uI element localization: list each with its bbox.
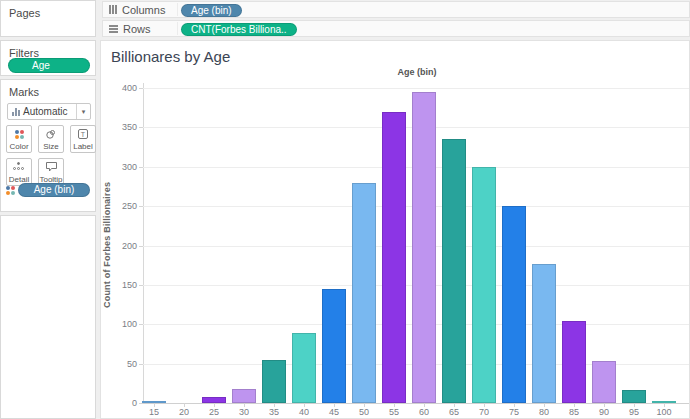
size-button[interactable]: Size xyxy=(38,125,64,153)
shelf-divider xyxy=(177,22,178,35)
y-tick-label-400: 400 xyxy=(107,83,137,93)
worksheet-view: Billionares by Age Age (bin) Count of Fo… xyxy=(100,40,690,419)
color-icon xyxy=(7,126,31,142)
x-tick-label-60: 60 xyxy=(409,407,439,417)
bar-age-80[interactable] xyxy=(532,264,556,403)
y-tick-label-50: 50 xyxy=(107,359,137,369)
bar-age-60[interactable] xyxy=(412,92,436,403)
y-tick-label-300: 300 xyxy=(107,162,137,172)
chevron-down-icon: ▾ xyxy=(82,108,86,116)
bar-age-65[interactable] xyxy=(442,139,466,403)
y-tick-mark-100 xyxy=(139,324,143,325)
size-button-label: Size xyxy=(43,142,59,151)
filters-panel: Filters Age xyxy=(0,40,96,76)
tooltip-button[interactable]: Tooltip xyxy=(38,158,64,186)
marks-pill-age-bin[interactable]: Age (bin) xyxy=(18,183,90,197)
x-tick-label-85: 85 xyxy=(559,407,589,417)
bar-age-75[interactable] xyxy=(502,206,526,403)
marks-panel: Marks Automatic ▾ Color Size T Label Det… xyxy=(0,79,96,212)
bar-age-25[interactable] xyxy=(202,397,226,403)
x-tick-label-20: 20 xyxy=(169,407,199,417)
filter-pill-age[interactable]: Age xyxy=(8,58,90,73)
tooltip-icon xyxy=(39,159,63,175)
rows-pill-cnt-forbes[interactable]: CNT(Forbes Billiona.. xyxy=(181,23,297,36)
y-tick-mark-150 xyxy=(139,285,143,286)
x-tick-label-40: 40 xyxy=(289,407,319,417)
columns-pill-age-bin[interactable]: Age (bin) xyxy=(181,4,242,17)
rows-shelf[interactable]: Rows CNT(Forbes Billiona.. xyxy=(102,20,690,37)
bar-age-35[interactable] xyxy=(262,360,286,403)
x-tick-label-30: 30 xyxy=(229,407,259,417)
bar-age-45[interactable] xyxy=(322,289,346,403)
pages-panel-title: Pages xyxy=(9,7,40,19)
bar-age-70[interactable] xyxy=(472,167,496,403)
bar-age-55[interactable] xyxy=(382,112,406,403)
x-tick-label-100: 100 xyxy=(649,407,679,417)
bar-age-95[interactable] xyxy=(622,390,646,403)
bar-age-15[interactable] xyxy=(142,401,166,403)
x-axis-line xyxy=(143,403,689,404)
automatic-mark-icon xyxy=(12,108,20,116)
y-tick-label-200: 200 xyxy=(107,241,137,251)
mark-type-dropdown[interactable]: Automatic ▾ xyxy=(7,103,91,120)
y-tick-mark-300 xyxy=(139,167,143,168)
columns-shelf[interactable]: Columns Age (bin) xyxy=(102,1,690,18)
y-tick-mark-50 xyxy=(139,364,143,365)
svg-text:T: T xyxy=(81,131,86,138)
x-tick-label-95: 95 xyxy=(619,407,649,417)
x-tick-label-70: 70 xyxy=(469,407,499,417)
label-button[interactable]: T Label xyxy=(70,125,96,153)
x-tick-label-90: 90 xyxy=(589,407,619,417)
y-tick-label-150: 150 xyxy=(107,280,137,290)
bar-age-40[interactable] xyxy=(292,333,316,403)
x-tick-label-50: 50 xyxy=(349,407,379,417)
bar-age-50[interactable] xyxy=(352,183,376,404)
x-tick-label-80: 80 xyxy=(529,407,559,417)
y-tick-mark-200 xyxy=(139,246,143,247)
x-tick-label-75: 75 xyxy=(499,407,529,417)
y-tick-label-0: 0 xyxy=(107,398,137,408)
y-tick-label-350: 350 xyxy=(107,122,137,132)
gridline-400 xyxy=(143,88,689,89)
x-tick-label-65: 65 xyxy=(439,407,469,417)
columns-icon xyxy=(109,5,117,14)
bar-age-30[interactable] xyxy=(232,389,256,403)
rows-icon xyxy=(109,25,118,33)
label-icon: T xyxy=(71,126,95,142)
y-tick-mark-0 xyxy=(139,403,143,404)
x-tick-label-35: 35 xyxy=(259,407,289,417)
rows-shelf-label: Rows xyxy=(123,23,151,35)
mark-type-caret[interactable]: ▾ xyxy=(76,104,90,119)
y-tick-mark-250 xyxy=(139,206,143,207)
y-tick-label-100: 100 xyxy=(107,319,137,329)
label-button-label: Label xyxy=(73,142,93,151)
detail-icon xyxy=(7,159,31,175)
y-axis-line xyxy=(143,83,144,403)
color-encoding-icon xyxy=(6,186,15,195)
y-tick-label-250: 250 xyxy=(107,201,137,211)
y-tick-mark-400 xyxy=(139,88,143,89)
x-tick-label-15: 15 xyxy=(139,407,169,417)
mark-type-value: Automatic xyxy=(20,106,76,117)
pages-panel: Pages xyxy=(0,0,96,37)
y-tick-mark-350 xyxy=(139,127,143,128)
detail-button[interactable]: Detail xyxy=(6,158,32,186)
color-button[interactable]: Color xyxy=(6,125,32,153)
size-icon xyxy=(39,126,63,142)
columns-shelf-label: Columns xyxy=(122,4,165,16)
sidebar-empty-area xyxy=(0,215,96,419)
shelf-divider xyxy=(177,3,178,16)
x-tick-label-45: 45 xyxy=(319,407,349,417)
bar-age-90[interactable] xyxy=(592,361,616,403)
bar-age-85[interactable] xyxy=(562,321,586,403)
bar-age-100[interactable] xyxy=(652,401,676,403)
plot-area: 0501001502002503003504001520253035404550… xyxy=(101,41,689,418)
marks-panel-title: Marks xyxy=(9,86,39,98)
color-button-label: Color xyxy=(9,142,28,151)
x-tick-label-25: 25 xyxy=(199,407,229,417)
x-tick-label-55: 55 xyxy=(379,407,409,417)
